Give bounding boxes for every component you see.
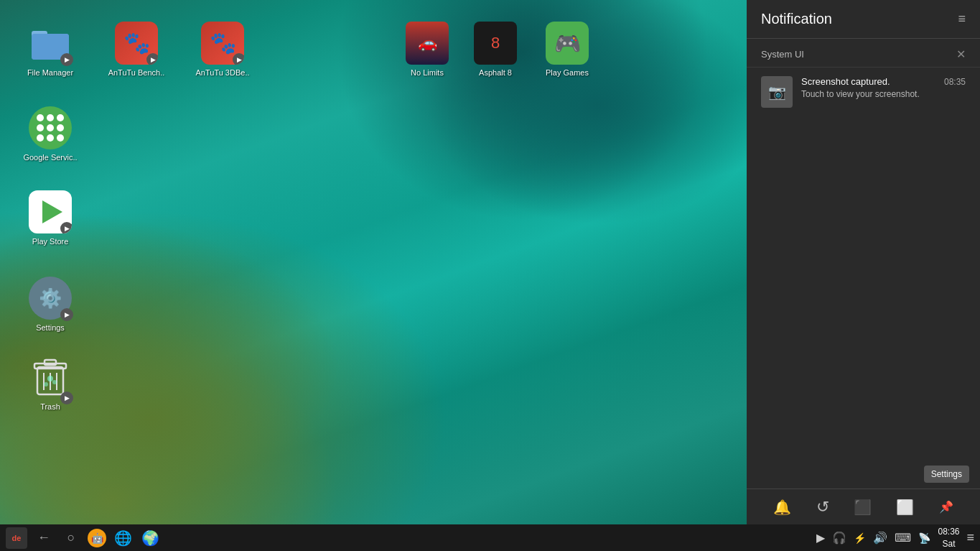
taskbar-home-button[interactable]: ○: [60, 527, 82, 549]
taskbar-back-button[interactable]: ←: [33, 527, 55, 549]
file-manager-badge: ▶: [60, 53, 73, 66]
trash-badge: ▶: [60, 392, 73, 404]
play-games-label: Play Games: [546, 68, 589, 78]
notification-item[interactable]: 📷 Screenshot captured. 08:35 Touch to vi…: [747, 68, 980, 116]
desktop: ▶ File Manager 🐾 ▶ AnTuTu Bench.. 🐾 ▶ An…: [0, 0, 747, 524]
google-services-icon[interactable]: Google Servic..: [18, 106, 83, 162]
taskbar-keyboard-icon[interactable]: ⌨: [895, 531, 911, 545]
svg-point-9: [47, 376, 53, 381]
asphalt-8-icon[interactable]: 8 Asphalt 8: [463, 22, 528, 78]
taskbar: de ← ○ 🤖 🌐 🌍 ▶ 🎧 ⚡ 🔊 ⌨ 📡 08:36 Sat ≡: [0, 524, 980, 551]
no-limits-label: No Limits: [411, 68, 444, 78]
system-ui-text: System UI: [761, 49, 804, 60]
taskbar-de-icon[interactable]: de: [6, 527, 27, 549]
settings-icon-desktop[interactable]: ⚙️ ▶ Settings: [18, 277, 83, 333]
taskbar-left: de ← ○ 🤖 🌐 🌍: [0, 527, 167, 549]
notif-menu-icon[interactable]: ≡: [958, 11, 966, 27]
notif-monitor-icon[interactable]: ⬛: [854, 499, 872, 516]
notif-title: Notification: [761, 11, 832, 27]
taskbar-android-button[interactable]: 🤖: [88, 529, 106, 547]
system-ui-close[interactable]: ✕: [956, 47, 966, 61]
notif-thumb-icon: 📷: [768, 83, 786, 101]
notif-top-row: Screenshot captured. 08:35: [801, 76, 966, 87]
notif-bell-icon[interactable]: 🔔: [773, 499, 791, 516]
taskbar-menu-button[interactable]: ≡: [966, 530, 974, 545]
antutu-bench-label: AnTuTu Bench..: [108, 68, 165, 78]
notif-bottom-bar: 🔔 ↺ ⬛ ⬜ 📌: [747, 489, 980, 524]
antutu-3d-badge: ▶: [233, 53, 244, 65]
system-ui-label: System UI ✕: [761, 47, 966, 61]
notif-item-time: 08:35: [944, 77, 966, 87]
google-dots: [28, 106, 73, 150]
play-store-badge: ▶: [60, 222, 72, 233]
clock-day: Sat: [938, 538, 959, 550]
trash-icon-desktop[interactable]: ▶ Trash: [18, 356, 83, 412]
notif-settings-pin-icon[interactable]: 📌: [939, 500, 953, 514]
svg-rect-5: [45, 360, 56, 365]
settings-tooltip: Settings: [924, 466, 969, 483]
taskbar-headphone-icon[interactable]: 🎧: [832, 531, 846, 545]
taskbar-chrome-button[interactable]: 🌐: [112, 527, 134, 549]
taskbar-browser-button[interactable]: 🌍: [139, 527, 161, 549]
notif-window-icon[interactable]: ⬜: [896, 499, 914, 516]
notif-content: Screenshot captured. 08:35 Touch to view…: [801, 76, 966, 99]
notif-header: Notification ≡: [747, 0, 980, 39]
svg-point-11: [52, 380, 57, 384]
antutu-bench-badge: ▶: [146, 53, 158, 65]
google-services-label: Google Servic..: [23, 152, 77, 162]
trash-svg: [33, 357, 67, 397]
taskbar-cast-icon[interactable]: 📡: [918, 532, 930, 544]
antutu-bench-icon[interactable]: 🐾 ▶ AnTuTu Bench..: [104, 22, 169, 78]
clock-time: 08:36: [938, 526, 959, 538]
play-store-icon[interactable]: ▶ Play Store: [18, 190, 83, 246]
svg-point-10: [44, 382, 48, 386]
notification-panel: Notification ≡ System UI ✕ 📷 Screenshot …: [747, 0, 980, 524]
system-ui-section: System UI ✕: [747, 39, 980, 68]
taskbar-play-icon[interactable]: ▶: [816, 531, 825, 545]
play-games-icon[interactable]: 🎮 Play Games: [535, 22, 599, 78]
antutu-3d-icon[interactable]: 🐾 ▶ AnTuTu 3DBe..: [190, 22, 255, 78]
file-manager-icon[interactable]: ▶ File Manager: [18, 22, 83, 78]
no-limits-icon[interactable]: 🚗 No Limits: [395, 22, 459, 78]
file-manager-label: File Manager: [27, 68, 73, 78]
notif-thumbnail: 📷: [761, 76, 793, 108]
taskbar-volume-icon[interactable]: 🔊: [873, 531, 887, 545]
clock-display: 08:36 Sat: [938, 526, 959, 550]
settings-label: Settings: [36, 323, 65, 333]
taskbar-right: ▶ 🎧 ⚡ 🔊 ⌨ 📡 08:36 Sat ≡: [811, 526, 980, 550]
desktop-icons: ▶ File Manager 🐾 ▶ AnTuTu Bench.. 🐾 ▶ An…: [0, 0, 747, 524]
settings-badge: ▶: [60, 308, 73, 321]
notif-item-title: Screenshot captured.: [801, 76, 890, 87]
play-store-triangle: [42, 200, 62, 223]
asphalt-8-label: Asphalt 8: [479, 68, 512, 78]
notif-rotate-icon[interactable]: ↺: [816, 498, 829, 517]
trash-label: Trash: [40, 402, 60, 412]
taskbar-bluetooth-icon[interactable]: ⚡: [854, 532, 866, 544]
notif-item-body: Touch to view your screenshot.: [801, 89, 966, 99]
antutu-3d-label: AnTuTu 3DBe..: [196, 68, 250, 78]
play-store-label: Play Store: [32, 236, 69, 246]
